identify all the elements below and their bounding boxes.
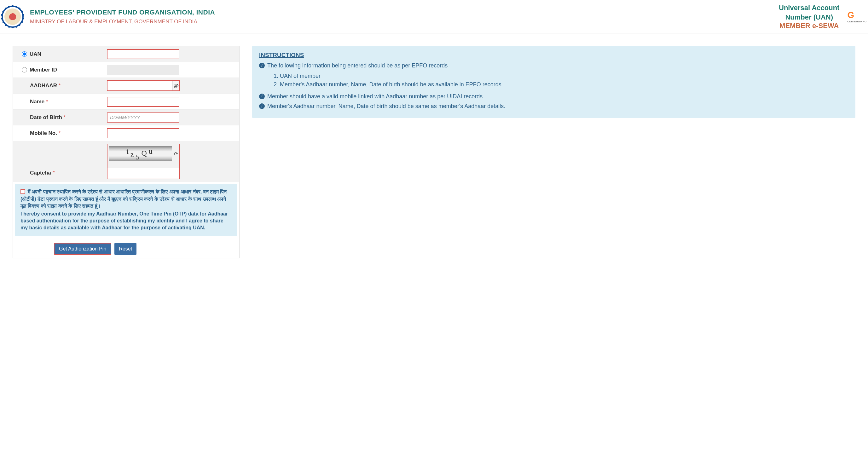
name-label: Name * (22, 99, 107, 105)
instructions-title: INSTRUCTIONS (259, 52, 848, 59)
refresh-captcha-icon[interactable]: ⟳ (174, 151, 178, 157)
instruction-sub-1: 1. UAN of member (274, 72, 848, 80)
aadhaar-input-wrap (107, 80, 180, 91)
dob-input-cell (107, 112, 230, 123)
captcha-image: i z 5 Q u (109, 146, 172, 161)
instruction-item-1: The following information being entered … (259, 62, 848, 70)
header-right-block: Universal Account Number (UAN) MEMBER e-… (779, 3, 839, 30)
consent-box: मैं अपनी पहचान स्थापित करने के उद्देश्य … (15, 184, 237, 236)
mobile-label: Mobile No. * (22, 130, 107, 136)
member-id-input (107, 65, 179, 75)
uan-input[interactable] (107, 49, 179, 59)
eye-slash-icon (173, 83, 179, 89)
member-id-row: Member ID (13, 62, 239, 78)
aadhaar-input-cell (107, 80, 230, 91)
instruction-sub-2: 2. Member's Aadhaar number, Name, Date o… (274, 80, 848, 89)
toggle-aadhaar-visibility-button[interactable] (173, 81, 179, 91)
captcha-row: Captcha * i z 5 Q u ⟳ (13, 141, 239, 182)
button-row: Get Authorization Pin Reset (13, 238, 239, 258)
name-input-cell (107, 97, 230, 107)
name-row: Name * (13, 94, 239, 110)
aadhaar-input[interactable] (107, 81, 173, 91)
captcha-label: Captcha * (22, 170, 107, 179)
instruction-item-3: Member's Aadhaar number, Name, Date of b… (259, 102, 848, 110)
instructions-panel: INSTRUCTIONS The following information b… (252, 46, 856, 118)
aadhaar-label: AADHAAR * (22, 83, 107, 89)
captcha-section: i z 5 Q u ⟳ (107, 144, 180, 179)
dob-input[interactable] (107, 112, 179, 123)
uan-input-cell (107, 49, 230, 59)
mobile-input[interactable] (107, 128, 179, 138)
member-id-radio[interactable] (22, 67, 27, 72)
captcha-image-row: i z 5 Q u ⟳ (107, 144, 179, 163)
captcha-input[interactable] (107, 168, 179, 178)
get-authorization-pin-button[interactable]: Get Authorization Pin (54, 243, 111, 255)
aadhaar-row: AADHAAR * (13, 78, 239, 94)
org-title: EMPLOYEES' PROVIDENT FUND ORGANISATION, … (30, 8, 779, 16)
ministry-subtitle: MINISTRY OF LABOUR & EMPLOYMENT, GOVERNM… (30, 19, 779, 25)
info-icon (259, 94, 265, 99)
page-header: EMPLOYEES' PROVIDENT FUND ORGANISATION, … (0, 0, 868, 33)
mobile-input-cell (107, 128, 230, 138)
dob-row: Date of Birth * (13, 110, 239, 125)
mobile-row: Mobile No. * (13, 125, 239, 141)
reset-button[interactable]: Reset (115, 243, 136, 255)
header-text-block: EMPLOYEES' PROVIDENT FUND ORGANISATION, … (30, 8, 779, 25)
uan-row: UAN (13, 46, 239, 62)
activation-form-panel: UAN Member ID AADHAAR * (12, 46, 240, 258)
info-icon (259, 103, 265, 109)
member-id-radio-label: Member ID (22, 67, 107, 73)
uan-radio[interactable] (22, 52, 27, 57)
member-esewa-title: MEMBER e-SEWA (779, 22, 839, 30)
member-id-input-cell (107, 65, 230, 75)
consent-checkbox[interactable] (21, 189, 25, 194)
uan-title-line2: Number (UAN) (779, 12, 839, 22)
consent-english-text: I hereby consent to provide my Aadhaar N… (21, 210, 231, 232)
g20-logo: G ONE EARTH • O (847, 10, 866, 23)
uan-title-line1: Universal Account (779, 3, 839, 12)
uan-radio-label: UAN (22, 51, 107, 57)
main-content: UAN Member ID AADHAAR * (0, 33, 868, 258)
consent-hindi-text: मैं अपनी पहचान स्थापित करने के उद्देश्य … (21, 188, 231, 209)
dob-label: Date of Birth * (22, 114, 107, 121)
captcha-input-cell: i z 5 Q u ⟳ (107, 144, 239, 179)
name-input[interactable] (107, 97, 179, 107)
epfo-logo (2, 6, 24, 28)
info-icon (259, 63, 265, 68)
instruction-item-2: Member should have a valid mobile linked… (259, 93, 848, 100)
